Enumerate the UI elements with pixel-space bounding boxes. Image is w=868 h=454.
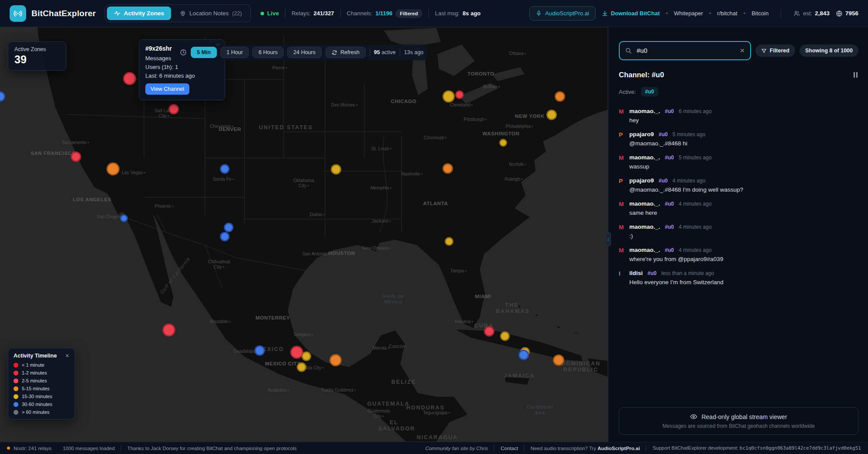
avatar: M [619, 247, 625, 262]
message-username: maomao._. [629, 154, 660, 161]
estimated-users: est:2,843 [793, 10, 830, 17]
activity-map[interactable]: SacramentoLas VegasPhoenixSan DiegoSalt … [0, 27, 608, 442]
tab-location-notes[interactable]: Location Notes (22) [173, 7, 249, 20]
zone-dot-yellow[interactable] [297, 362, 306, 372]
clear-search-icon[interactable]: ✕ [740, 47, 745, 54]
time-filter-24-hours[interactable]: 24 Hours [287, 47, 322, 58]
message-text: hey [629, 117, 712, 124]
last-msg-value: 8s ago [463, 10, 480, 17]
message-row[interactable]: Pppajaro9#u05 minutes ago@maomao._.#8468… [619, 131, 858, 147]
messages-loaded-status: 1000 messages loaded [63, 446, 115, 451]
contact-link[interactable]: Contact [501, 446, 518, 451]
btc-address[interactable]: bc1q0cfsn0ggn063a89l42ce7dd9c3lafjvd0ekg… [740, 445, 861, 451]
zone-dot-blue[interactable] [224, 223, 233, 232]
broadcast-icon [10, 5, 26, 22]
legend-swatch [14, 378, 18, 383]
zone-dot-blue[interactable] [220, 164, 230, 174]
message-row[interactable]: Mmaomao._.#u05 minutes agowassup [619, 154, 858, 170]
avatar: P [619, 177, 625, 193]
message-row[interactable]: Mmaomao._.#u04 minutes agosame here [619, 200, 858, 216]
message-row[interactable]: Mmaomao._.#u04 minutes agowhere're you f… [619, 247, 858, 262]
relays-value: 241/327 [314, 10, 334, 17]
zone-dot-yellow[interactable] [302, 351, 311, 361]
map-label-cleveland: Cleveland [450, 102, 473, 107]
zone-dot-yellow[interactable] [546, 110, 557, 120]
map-label-ottawa: Ottawa [509, 51, 526, 56]
message-row[interactable]: Iildisi#u0less than a minute agoHello ev… [619, 270, 858, 285]
zone-dot-yellow[interactable] [500, 331, 510, 341]
filtered-pill[interactable]: Filtered [755, 45, 795, 57]
zone-dot-orange[interactable] [553, 354, 564, 366]
message-username: maomao._. [629, 247, 660, 253]
users-icon [793, 10, 800, 17]
message-row[interactable]: Mmaomao._.#u04 minutes ago:) [619, 224, 858, 239]
zone-dot-yellow[interactable] [499, 139, 507, 147]
legend-item: 2-5 minutes [14, 378, 69, 383]
time-filter-1-hour[interactable]: 1 Hour [220, 47, 249, 58]
zone-dot-blue[interactable] [220, 232, 230, 241]
view-channel-button[interactable]: View Channel [145, 83, 189, 95]
zone-dot-red[interactable] [484, 326, 494, 337]
audio-transcription-promo[interactable]: Need audio transcription? Try AudioScrip… [531, 446, 640, 451]
time-filter-5-min[interactable]: 5 Min [191, 47, 217, 58]
tab-activity-zones[interactable]: Activity Zones [107, 7, 171, 20]
sidebar-resize-handle[interactable] [606, 232, 611, 246]
map-label-belize: BELIZE [391, 379, 416, 385]
zone-dot-red[interactable] [455, 90, 464, 99]
message-row[interactable]: Mmaomao._.#u06 minutes agohey [619, 108, 858, 124]
tab-label: Location Notes [189, 10, 229, 17]
readonly-notice: Read-only global stream viewer Messages … [619, 407, 858, 435]
zone-dot-blue[interactable] [120, 214, 128, 222]
zone-dot-red[interactable] [71, 151, 81, 162]
legend-swatch [14, 386, 18, 391]
zone-dot-red[interactable] [162, 323, 175, 337]
zone-dot-red[interactable] [123, 72, 136, 85]
download-bitchat-link[interactable]: Download BitChat [602, 10, 660, 17]
search-icon [625, 47, 632, 54]
message-text: @maomao._.#8468 hi [629, 140, 705, 147]
avatar: P [619, 131, 625, 147]
map-label-canc-n: Cancún [389, 344, 407, 349]
zone-dot-orange[interactable] [106, 162, 120, 175]
time-filter-6-hours[interactable]: 6 Hours [252, 47, 284, 58]
active-channel-chip[interactable]: #u0 [641, 87, 658, 96]
map-label-guatemala: GUATEMALA [367, 401, 410, 407]
pause-stream-icon[interactable] [853, 71, 858, 79]
avatar: M [619, 154, 625, 170]
map-label-caribbean-sea: Caribbean Sea [521, 404, 558, 416]
refresh-button[interactable]: Refresh [326, 47, 366, 58]
readonly-subtitle: Messages are sourced from BitChat geohas… [624, 423, 854, 429]
legend-label: > 60 minutes [22, 409, 49, 415]
channel-search-input[interactable] [636, 47, 736, 55]
map-label-phoenix: Phoenix [154, 203, 174, 209]
map-label-golfo-de-m-xico: Golfo de México [380, 293, 407, 305]
microphone-icon [536, 10, 542, 17]
zone-dot-red[interactable] [168, 104, 179, 114]
rbitchat-link[interactable]: r/bitchat [717, 10, 737, 17]
zone-dot-orange[interactable] [555, 91, 565, 102]
bitcoin-link[interactable]: Bitcoin [751, 10, 769, 17]
zone-dot-blue[interactable] [518, 350, 529, 360]
eye-icon [690, 413, 697, 420]
legend-close-icon[interactable]: ✕ [65, 353, 69, 359]
map-label-los-angeles: LOS ANGELES [73, 197, 112, 202]
message-username: ppajaro9 [629, 131, 654, 138]
message-header: ppajaro9#u04 minutes ago [629, 177, 743, 184]
audioscriptpro-button[interactable]: AudioScriptPro.ai [529, 6, 595, 21]
zone-dot-yellow[interactable] [445, 237, 453, 246]
zone-dot-blue[interactable] [254, 345, 265, 356]
message-username: ildisi [629, 270, 643, 276]
map-label-pierre: Pierre [272, 65, 287, 70]
map-label-tampico: Tampico [294, 332, 313, 337]
zone-dot-yellow[interactable] [331, 164, 341, 175]
legend-label: 1-2 minutes [22, 370, 47, 375]
whitepaper-link[interactable]: Whitepaper [674, 10, 703, 17]
popup-last-line: Last: 6 minutes ago [145, 72, 219, 79]
zone-dot-yellow[interactable] [443, 90, 455, 103]
zone-dot-orange[interactable] [443, 163, 453, 174]
message-row[interactable]: Pppajaro9#u04 minutes ago@maomao._.#8468… [619, 177, 858, 193]
thanks-note: Thanks to Jack Dorsey for creating BitCh… [127, 446, 297, 451]
message-channel-tag: #u0 [665, 201, 674, 207]
zone-dot-orange[interactable] [329, 354, 342, 366]
tab-count: (22) [232, 10, 242, 17]
